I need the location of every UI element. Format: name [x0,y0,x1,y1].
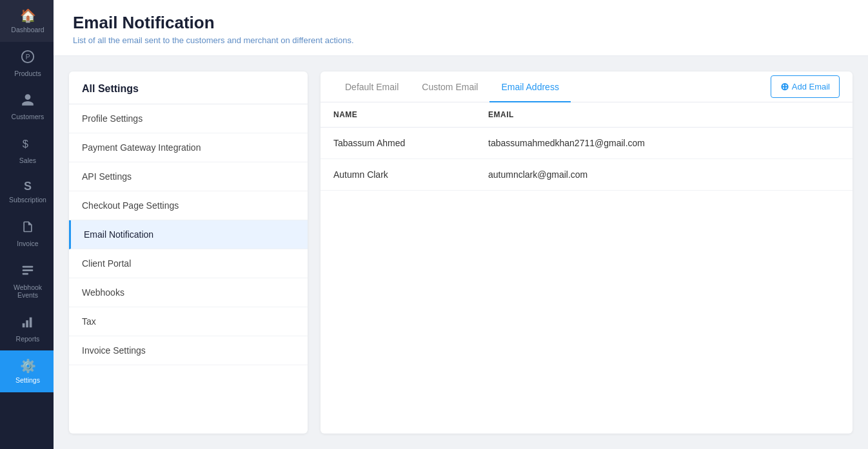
menu-item-profile[interactable]: Profile Settings [69,104,308,133]
svg-rect-7 [26,320,28,327]
content-area: All Settings Profile Settings Payment Ga… [54,56,868,449]
dashboard-icon: 🏠 [20,8,36,23]
svg-rect-4 [23,269,34,271]
menu-item-api[interactable]: API Settings [69,162,308,191]
customers-icon [21,93,35,110]
subscription-icon: S [24,180,32,193]
invoice-icon [21,220,34,237]
menu-item-invoice-settings[interactable]: Invoice Settings [69,336,308,365]
products-icon: P [21,50,35,67]
svg-rect-8 [30,317,32,327]
svg-text:P: P [26,53,30,60]
add-email-label: Add Email [792,82,830,91]
sidebar-item-settings[interactable]: ⚙️ Settings [0,350,54,392]
sidebar-item-sales[interactable]: $ Sales [0,129,54,173]
svg-rect-6 [23,323,25,327]
sidebar-item-label: Webhook Events [6,283,50,300]
email-table: NAME EMAIL Tabassum Ahmed tabassumahmedk… [321,102,853,434]
row-name-2: Autumn Clark [333,169,488,180]
sidebar-item-label: Sales [19,157,36,165]
main-content: Email Notification List of all the email… [54,0,868,449]
sidebar-item-label: Customers [12,113,44,121]
settings-panel-title: All Settings [69,72,308,104]
page-title: Email Notification [73,13,849,33]
webhook-icon [21,263,35,281]
col-header-email: EMAIL [488,110,840,119]
plus-icon: ⊕ [780,81,789,93]
tab-default-email[interactable]: Default Email [333,72,410,102]
row-email-2: autumnclark@gmail.com [488,169,840,180]
menu-item-checkout[interactable]: Checkout Page Settings [69,191,308,220]
page-header: Email Notification List of all the email… [54,0,868,56]
sidebar-item-label: Subscription [9,196,46,204]
settings-icon: ⚙️ [20,358,36,374]
tab-custom-email[interactable]: Custom Email [410,72,489,102]
svg-text:$: $ [23,137,28,149]
sidebar-item-label: Settings [15,376,40,385]
tabs-header: Default Email Custom Email Email Address… [321,72,853,102]
table-row: Autumn Clark autumnclark@gmail.com [321,159,853,191]
add-email-button[interactable]: ⊕ Add Email [771,75,840,98]
sidebar: 🏠 Dashboard P Products Customers $ Sales… [0,0,54,449]
menu-item-webhooks[interactable]: Webhooks [69,278,308,307]
svg-rect-3 [23,265,34,267]
sidebar-item-products[interactable]: P Products [0,42,54,86]
tabs-wrapper: Default Email Custom Email Email Address… [321,72,853,102]
menu-item-client[interactable]: Client Portal [69,249,308,278]
sidebar-item-label: Dashboard [11,26,44,34]
right-panel: Default Email Custom Email Email Address… [321,72,853,434]
table-row: Tabassum Ahmed tabassumahmedkhan2711@gma… [321,128,853,159]
menu-item-email[interactable]: Email Notification [69,220,308,249]
sidebar-item-subscription[interactable]: S Subscription [0,172,54,212]
reports-icon [21,315,35,332]
tab-email-address[interactable]: Email Address [489,72,570,102]
settings-panel: All Settings Profile Settings Payment Ga… [69,72,308,434]
svg-rect-5 [23,272,28,274]
menu-item-payment[interactable]: Payment Gateway Integration [69,133,308,162]
col-header-name: NAME [333,110,488,119]
sidebar-item-customers[interactable]: Customers [0,85,54,129]
menu-item-tax[interactable]: Tax [69,307,308,336]
sidebar-item-label: Invoice [17,240,38,248]
sidebar-item-reports[interactable]: Reports [0,307,54,351]
page-subtitle: List of all the email sent to the custom… [73,35,849,45]
sidebar-item-label: Reports [16,335,40,343]
sales-icon: $ [21,137,35,154]
table-header: NAME EMAIL [321,102,853,128]
sidebar-item-dashboard[interactable]: 🏠 Dashboard [0,0,54,42]
row-name-1: Tabassum Ahmed [333,138,488,148]
sidebar-item-label: Products [14,70,41,78]
sidebar-item-webhook[interactable]: Webhook Events [0,256,54,307]
sidebar-item-invoice[interactable]: Invoice [0,212,54,256]
row-email-1: tabassumahmedkhan2711@gmail.com [488,138,840,148]
